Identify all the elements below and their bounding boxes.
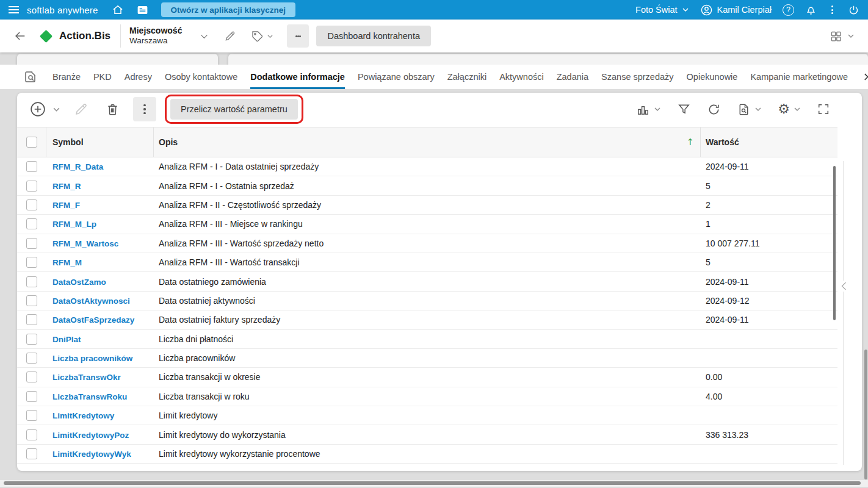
table-row[interactable]: RFM_R Analiza RFM - I - Ostatnia sprzeda… [17,176,837,195]
row-checkbox[interactable] [26,199,37,210]
edit-pencil-icon[interactable] [224,30,236,42]
tab-item[interactable]: Dodatkowe informacje [250,65,345,89]
expand-chevron-down-icon[interactable] [199,31,209,41]
symbol-link[interactable]: LiczbaTranswOkr [52,373,121,382]
company-selector[interactable]: Foto Świat [635,5,689,15]
tab-item[interactable]: Zadania [557,65,588,89]
table-row[interactable]: LiczbaTranswOkr Liczba transakcji w okre… [17,368,837,387]
symbol-link[interactable]: LiczbaTranswRoku [52,392,127,401]
row-checkbox[interactable] [26,410,37,421]
table-row[interactable]: LimitKredytowyPoz Limit kredytowy do wyk… [17,425,837,444]
row-checkbox[interactable] [26,448,37,459]
add-record-icon[interactable] [29,101,46,118]
row-checkbox[interactable] [26,238,37,249]
topbar-more-menu-icon[interactable] [828,4,837,15]
power-logout-icon[interactable] [848,4,859,16]
table-row[interactable]: LimitKredytowyWyk Limit kredytowy wykorz… [17,445,837,464]
news-article-icon[interactable] [136,4,149,16]
column-header-opis[interactable]: Opis ↑ [154,127,701,157]
row-checkbox[interactable] [26,295,37,306]
page-horizontal-scrollbar[interactable] [0,480,868,487]
help-icon[interactable]: ? [783,4,794,16]
row-checkbox[interactable] [26,161,37,172]
row-checkbox[interactable] [26,371,37,382]
row-checkbox[interactable] [26,181,37,192]
symbol-link[interactable]: RFM_R [52,182,81,191]
row-checkbox[interactable] [26,353,37,364]
symbol-link[interactable]: RFM_M [52,258,82,267]
table-row[interactable]: LiczbaTranswRoku Liczba transakcji w rok… [17,387,837,406]
tab-item[interactable]: Adresy [125,65,152,89]
table-row[interactable]: DataOstZamo Data ostatniego zamówienia 2… [17,272,837,291]
notifications-bell-icon[interactable] [805,4,817,16]
dashboard-kontrahenta-button[interactable]: Dashboard kontrahenta [316,26,431,46]
page-horizontal-scrollbar-thumb[interactable] [4,481,861,485]
tags-button[interactable] [251,30,273,43]
symbol-link[interactable]: DataOstZamo [52,278,106,287]
chart-view-button[interactable] [636,102,661,117]
tabs-overflow-chevron-right-icon[interactable] [861,71,868,82]
symbol-link[interactable]: RFM_F [52,201,80,210]
table-row[interactable]: RFM_R_Data Analiza RFM - I - Data ostatn… [17,157,837,176]
table-row[interactable]: DniPlat Liczba dni płatności [17,330,837,349]
back-arrow-icon[interactable] [13,29,27,43]
table-vertical-scrollbar[interactable] [833,166,836,320]
tab-item[interactable]: Aktywności [499,65,544,89]
add-record-chevron-down-icon[interactable] [52,106,60,113]
collapse-panel-chevron-left-icon[interactable] [839,281,848,292]
tab-item[interactable]: Szanse sprzedaży [601,65,673,89]
row-checkbox[interactable] [26,334,37,345]
user-menu[interactable]: Kamil Cierpiał [700,4,772,16]
column-header-wartosc[interactable]: Wartość [701,127,837,157]
tab-item[interactable]: Załączniki [447,65,486,89]
row-checkbox[interactable] [26,314,37,325]
symbol-link[interactable]: LimitKredytowyWyk [52,450,131,459]
search-in-tabs-icon[interactable] [23,70,38,84]
edit-record-pencil-icon[interactable] [74,102,89,117]
table-row[interactable]: RFM_F Analiza RFM - II - Częstotliwość s… [17,196,837,215]
tab-item[interactable]: Powiązane obszary [358,65,435,89]
filter-button[interactable] [677,102,691,117]
tab-item[interactable]: Opiekunowie [687,65,738,89]
open-classic-app-button[interactable]: Otwórz w aplikacji klasycznej [161,2,295,17]
grid-more-menu-button[interactable] [133,97,156,121]
column-header-symbol[interactable]: Symbol [46,127,154,157]
row-checkbox[interactable] [26,218,37,229]
symbol-link[interactable]: LimitKredytowy [52,411,114,420]
symbol-link[interactable]: RFM_R_Data [52,162,103,171]
sort-ascending-icon[interactable]: ↑ [686,137,694,148]
tab-item[interactable]: Osoby kontaktowe [165,65,237,89]
table-row[interactable]: RFM_M_Wartosc Analiza RFM - III - Wartoś… [17,234,837,253]
header-more-menu-button[interactable] [287,24,309,48]
symbol-link[interactable]: DataOstAktywnosci [52,296,130,306]
symbol-link[interactable]: Liczba pracowników [52,354,132,363]
symbol-link[interactable]: RFM_M_Wartosc [52,239,118,248]
layout-switcher[interactable] [830,30,855,43]
row-checkbox[interactable] [26,429,37,440]
symbol-link[interactable]: DniPlat [52,335,81,344]
table-row[interactable]: Liczba pracowników Liczba pracowników [17,349,837,368]
symbol-link[interactable]: DataOstFaSprzedazy [52,315,134,325]
table-row[interactable]: RFM_M Analiza RFM - III - Wartość transa… [17,253,837,272]
table-row[interactable]: DataOstFaSprzedazy Data ostatniej faktur… [17,310,837,329]
symbol-link[interactable]: LimitKredytowyPoz [52,431,129,440]
table-row[interactable]: RFM_M_Lp Analiza RFM - III - Miejsce w r… [17,215,837,234]
refresh-button[interactable] [707,102,721,117]
row-checkbox[interactable] [26,257,37,268]
delete-trash-icon[interactable] [106,102,120,117]
fullscreen-button[interactable] [817,102,830,116]
tab-item[interactable]: Kampanie marketingowe [750,65,848,89]
row-checkbox[interactable] [26,276,37,287]
tab-item[interactable]: PKD [93,65,112,89]
grid-settings-button[interactable]: ⚙ [778,102,801,116]
tab-item[interactable]: Branże [52,65,81,89]
table-row[interactable]: LimitKredytowy Limit kredytowy [17,406,837,425]
row-checkbox[interactable] [26,391,37,402]
home-icon[interactable] [112,4,124,16]
select-all-checkbox[interactable] [26,137,37,148]
recalc-parameter-button[interactable]: Przelicz wartość parametru [170,99,298,120]
report-preview-button[interactable] [737,102,762,117]
hamburger-menu-icon[interactable] [9,6,19,13]
page-vertical-scrollbar[interactable] [864,350,867,479]
symbol-link[interactable]: RFM_M_Lp [52,220,96,229]
